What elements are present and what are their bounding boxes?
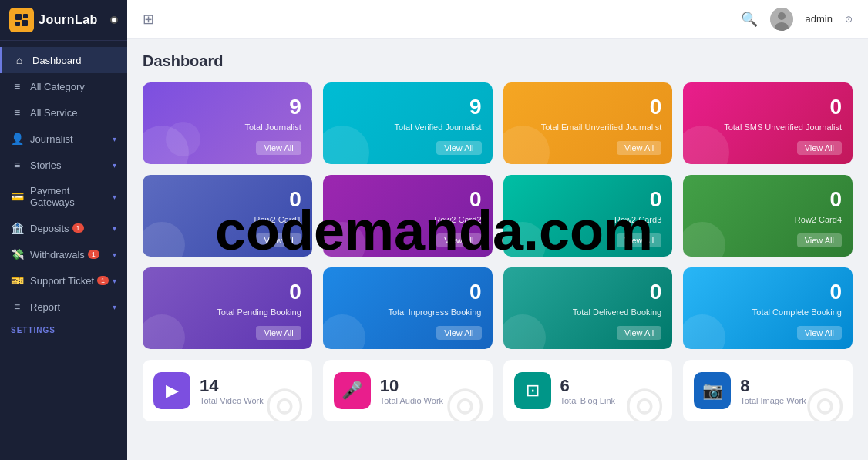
audio-work-icon: 🎤 [334, 372, 371, 409]
svg-point-5 [778, 12, 786, 20]
logo-area: JournLab [0, 0, 127, 41]
top-cards-row: 9 Total Journalist View All 9 Total Veri… [143, 82, 853, 164]
page-title: Dashboard [143, 52, 853, 70]
inprogress-booking-view-all-button[interactable]: View All [436, 326, 481, 340]
row2-4-view-all-button[interactable]: View All [797, 233, 842, 247]
inprogress-booking-label: Total Inprogress Booking [334, 307, 482, 317]
payment-gateways-icon: 💳 [11, 190, 23, 203]
dashboard-icon: ⌂ [13, 54, 25, 66]
image-work-count: 8 [740, 376, 806, 396]
card-inprogress-booking: 0 Total Inprogress Booking View All [323, 267, 493, 349]
sidebar-item-journalist[interactable]: 👤 Journalist ▾ [0, 126, 127, 152]
booking-cards-row: 0 Total Pending Booking View All 0 Total… [143, 267, 853, 349]
journalist-view-all-button[interactable]: View All [256, 141, 301, 155]
card-row2-3: 0 Row2 Card3 View All [503, 175, 673, 257]
sidebar-item-all-service[interactable]: ≡ All Service [0, 99, 127, 126]
image-work-info: 8 Total Image Work [740, 376, 806, 405]
card-row2-1: 0 Row2 Card1 View All [143, 175, 312, 257]
sidebar-item-deposits[interactable]: 🏦 Deposits 1 ▾ [0, 215, 127, 241]
sidebar: JournLab ⌂ Dashboard ≡ All Category ≡ Al… [0, 0, 127, 460]
stories-chevron-icon: ▾ [113, 161, 116, 170]
row2-2-view-all-button[interactable]: View All [436, 233, 481, 247]
withdrawals-icon: 💸 [11, 248, 23, 260]
verified-journalist-label: Total Verified Journalist [334, 123, 482, 132]
report-chevron-icon: ▾ [113, 303, 116, 311]
blog-link-info: 6 Total Blog Link [560, 376, 616, 405]
complete-booking-view-all-button[interactable]: View All [797, 326, 842, 340]
sidebar-item-deposits-label: Deposits [30, 223, 69, 234]
row2-4-label: Row2 Card4 [694, 215, 842, 224]
sidebar-item-all-service-label: All Service [30, 107, 77, 119]
avatar [770, 8, 793, 31]
work-stats-row: ▶ 14 Total Video Work ◎ 🎤 10 Total Audio… [143, 360, 853, 421]
adjust-icon[interactable]: ⊞ [143, 11, 154, 28]
header-dropdown-icon[interactable]: ⊙ [845, 14, 853, 25]
deposits-chevron-icon: ▾ [113, 224, 116, 233]
audio-work-count: 10 [380, 376, 443, 396]
row2-3-view-all-button[interactable]: View All [617, 233, 661, 247]
row2-2-count: 0 [334, 187, 482, 212]
search-icon[interactable]: 🔍 [741, 11, 758, 28]
sidebar-item-report-label: Report [30, 301, 60, 313]
blog-link-label: Total Blog Link [560, 396, 616, 405]
row2-1-label: Row2 Card1 [153, 215, 301, 224]
logo-icon [9, 8, 34, 32]
email-unverified-view-all-button[interactable]: View All [617, 141, 661, 155]
support-chevron-icon: ▾ [113, 277, 116, 285]
sms-unverified-label: Total SMS Unverified Journalist [694, 123, 842, 132]
delivered-booking-view-all-button[interactable]: View All [617, 326, 661, 340]
row2-1-view-all-button[interactable]: View All [256, 233, 301, 247]
pending-booking-count: 0 [153, 280, 301, 304]
withdrawals-badge: 1 [88, 250, 99, 259]
dashboard-content: Dashboard 9 Total Journalist View All 9 … [127, 39, 868, 460]
sidebar-item-payment-gateways-label: Payment Gateways [30, 185, 113, 208]
pending-booking-view-all-button[interactable]: View All [256, 326, 301, 340]
support-ticket-icon: 🎫 [11, 274, 23, 287]
admin-username: admin [806, 13, 833, 25]
email-unverified-label: Total Email Unverified Journalist [514, 123, 662, 132]
card-delivered-booking: 0 Total Delivered Booking View All [503, 267, 673, 349]
svg-rect-2 [15, 22, 20, 26]
sidebar-item-support-ticket-label: Support Ticket [30, 275, 94, 287]
blog-link-bg-shape: ◎ [624, 375, 664, 421]
journalist-icon: 👤 [11, 133, 23, 145]
verified-journalist-count: 9 [334, 95, 482, 119]
svg-rect-0 [15, 14, 22, 20]
sidebar-nav: ⌂ Dashboard ≡ All Category ≡ All Service… [0, 41, 127, 344]
report-icon: ≡ [11, 301, 23, 313]
card-row2-2: 0 Row2 Card2 View All [323, 175, 493, 257]
sidebar-item-withdrawals-label: Withdrawals [30, 249, 85, 260]
image-work-bg-shape: ◎ [805, 375, 845, 421]
sidebar-item-report[interactable]: ≡ Report ▾ [0, 294, 127, 320]
card-video-work: ▶ 14 Total Video Work ◎ [143, 360, 312, 421]
row2-3-count: 0 [514, 187, 662, 212]
sidebar-item-all-category-label: All Category [30, 81, 85, 92]
sidebar-item-journalist-label: Journalist [30, 133, 73, 145]
main-area: ⊞ 🔍 admin ⊙ Dashboard 9 Total Journalist [127, 0, 868, 460]
header-right: 🔍 admin ⊙ [741, 8, 853, 31]
sidebar-item-dashboard[interactable]: ⌂ Dashboard [0, 47, 127, 73]
sidebar-item-dashboard-label: Dashboard [32, 55, 82, 66]
deposits-icon: 🏦 [11, 222, 23, 234]
image-work-icon: 📷 [694, 372, 731, 409]
video-work-bg-shape: ◎ [264, 375, 304, 421]
video-work-count: 14 [200, 376, 264, 396]
sidebar-item-all-category[interactable]: ≡ All Category [0, 73, 127, 99]
header: ⊞ 🔍 admin ⊙ [127, 0, 868, 39]
video-work-info: 14 Total Video Work [200, 376, 264, 405]
deposits-badge: 1 [72, 223, 84, 233]
sidebar-item-withdrawals[interactable]: 💸 Withdrawals 1 ▾ [0, 241, 127, 267]
sidebar-item-support-ticket[interactable]: 🎫 Support Ticket 1 ▾ [0, 267, 127, 294]
stories-icon: ≡ [11, 159, 23, 171]
payment-chevron-icon: ▾ [113, 193, 116, 201]
sidebar-item-payment-gateways[interactable]: 💳 Payment Gateways ▾ [0, 178, 127, 215]
blog-link-count: 6 [560, 376, 616, 396]
audio-work-bg-shape: ◎ [445, 375, 485, 421]
sidebar-item-stories[interactable]: ≡ Stories ▾ [0, 152, 127, 178]
card-blog-link: ⊡ 6 Total Blog Link ◎ [503, 360, 673, 421]
complete-booking-label: Total Complete Booking [694, 307, 842, 317]
all-service-icon: ≡ [11, 106, 23, 119]
sms-unverified-view-all-button[interactable]: View All [797, 141, 842, 155]
image-work-label: Total Image Work [740, 396, 806, 405]
verified-journalist-view-all-button[interactable]: View All [436, 141, 481, 155]
